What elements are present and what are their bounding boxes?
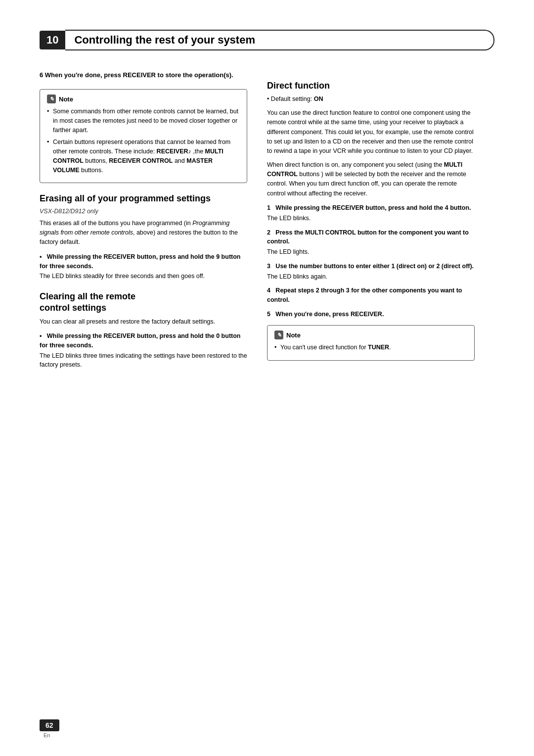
erasing-substep: • While pressing the RECEIVER button, pr… (40, 252, 247, 281)
clearing-substep-detail: The LED blinks three times indicating th… (40, 351, 247, 370)
step6-intro: 6 When you're done, press RECEIVER to st… (40, 70, 247, 80)
page-lang: En (44, 732, 50, 738)
clearing-body: You can clear all presets and restore th… (40, 317, 247, 327)
note-item-1: Some commands from other remote controls… (47, 107, 240, 135)
chapter-number: 10 (40, 31, 65, 49)
note-label-left: Note (59, 94, 73, 104)
direct-function-title: Direct function (267, 80, 475, 92)
chapter-header: 10 Controlling the rest of your system (40, 30, 494, 50)
erasing-subtitle: VSX-D812/D912 only (40, 208, 247, 215)
direct-body2: When direct function is on, any componen… (267, 160, 475, 199)
direct-step-5: 5 When you're done, press RECEIVER. (267, 310, 475, 319)
note-icon-left: ✎ (47, 94, 56, 103)
direct-default: • Default setting: ON (267, 94, 475, 104)
note-header-right: ✎ Note (274, 331, 467, 340)
page-number: 62 (40, 719, 59, 731)
erasing-substep-detail: The LED blinks steadily for three second… (40, 272, 247, 281)
note-item-2: Certain buttons represent operations tha… (47, 138, 240, 175)
erasing-body: This erases all of the buttons you have … (40, 219, 247, 247)
note-icon-right: ✎ (274, 331, 283, 339)
direct-step-1-detail: The LED blinks. (267, 214, 475, 223)
clearing-substep: • While pressing the RECEIVER button, pr… (40, 331, 247, 370)
direct-step-3: 3 Use the number buttons to enter either… (267, 262, 475, 282)
note-item-right-1: You can't use direct function for TUNER. (274, 343, 467, 352)
clearing-title: Clearing all the remotecontrol settings (40, 291, 247, 314)
direct-intro: You can use the direct function feature … (267, 108, 475, 156)
right-column: Direct function • Default setting: ON Yo… (267, 70, 475, 375)
direct-step-4: 4 Repeat steps 2 through 3 for the other… (267, 286, 475, 305)
left-column: 6 When you're done, press RECEIVER to st… (40, 70, 247, 375)
direct-step-3-detail: The LED blinks again. (267, 272, 475, 282)
erasing-section: Erasing all of your programmed settings … (40, 193, 247, 281)
chapter-title: Controlling the rest of your system (65, 30, 494, 50)
step6-heading: 6 When you're done, press RECEIVER to st… (40, 71, 233, 79)
note-label-right: Note (286, 331, 301, 340)
two-column-layout: 6 When you're done, press RECEIVER to st… (40, 70, 494, 375)
note-list-left: Some commands from other remote controls… (47, 107, 240, 175)
note-box-right: ✎ Note You can't use direct function for… (267, 325, 475, 361)
page: 10 Controlling the rest of your system 6… (0, 0, 534, 756)
direct-step-2-detail: The LED lights. (267, 247, 475, 257)
direct-step-2: 2 Press the MULTI CONTROL button for the… (267, 228, 475, 257)
note-box-left: ✎ Note Some commands from other remote c… (40, 89, 247, 184)
direct-step-1: 1 While pressing the RECEIVER button, pr… (267, 203, 475, 223)
direct-default-value: ON (314, 95, 323, 102)
note-list-right: You can't use direct function for TUNER. (274, 343, 467, 352)
note-header-left: ✎ Note (47, 94, 240, 104)
clearing-section: Clearing all the remotecontrol settings … (40, 291, 247, 370)
erasing-title: Erasing all of your programmed settings (40, 193, 247, 204)
